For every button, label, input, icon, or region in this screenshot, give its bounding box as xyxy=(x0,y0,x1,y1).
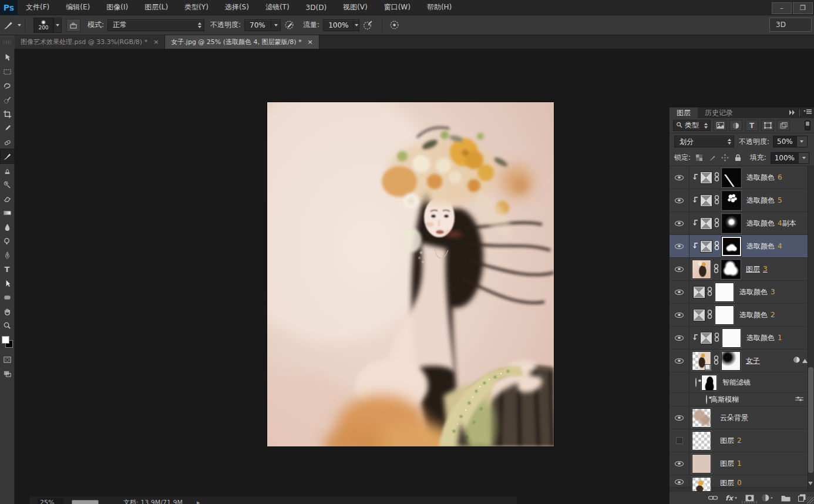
smart-object-thumbnail[interactable] xyxy=(692,351,711,371)
menu-layer[interactable]: 图层(L) xyxy=(136,0,176,15)
eraser-tool[interactable] xyxy=(1,191,14,206)
layer-mask-thumbnail[interactable] xyxy=(722,214,741,233)
restore-button[interactable]: ❐ xyxy=(793,2,813,14)
layer-row-layer-2[interactable]: 图层2 xyxy=(670,429,814,452)
layer-name[interactable]: 女子 xyxy=(746,356,760,366)
history-brush-tool[interactable] xyxy=(1,177,14,191)
rectangular-marquee-tool[interactable] xyxy=(1,65,14,79)
minimize-button[interactable]: – xyxy=(772,2,792,14)
layer-thumbnail[interactable] xyxy=(692,477,711,491)
quick-mask-button[interactable] xyxy=(1,352,14,367)
eye-icon[interactable] xyxy=(675,290,684,295)
eye-icon[interactable] xyxy=(675,461,684,466)
link-layers-icon[interactable] xyxy=(708,495,718,500)
eye-icon[interactable] xyxy=(675,358,684,364)
layer-thumbnail[interactable] xyxy=(692,260,711,279)
eye-icon[interactable] xyxy=(695,378,697,387)
new-adjustment-layer-icon[interactable] xyxy=(762,494,773,502)
filter-mask-thumbnail[interactable] xyxy=(701,375,717,391)
eye-icon[interactable] xyxy=(675,335,684,341)
filter-blending-options-icon[interactable] xyxy=(795,395,803,404)
shape-tool[interactable] xyxy=(1,290,14,304)
adjustment-layer-icon[interactable] xyxy=(694,310,704,320)
layer-row-layer-3[interactable]: 图层3 xyxy=(670,258,814,281)
layer-mask-thumbnail[interactable] xyxy=(721,351,741,371)
eye-icon[interactable] xyxy=(675,267,684,272)
new-group-icon[interactable] xyxy=(781,495,791,502)
new-layer-icon[interactable] xyxy=(798,494,806,502)
panel-corner-resize-grip[interactable] xyxy=(806,496,813,503)
dodge-tool[interactable] xyxy=(1,234,14,248)
lock-transparency-icon[interactable] xyxy=(695,153,704,162)
layer-name[interactable]: 图层1 xyxy=(720,459,742,469)
visibility-cell[interactable] xyxy=(670,327,689,349)
layer-style-icon[interactable]: fx xyxy=(725,494,738,502)
visibility-cell[interactable] xyxy=(670,477,689,487)
layer-name[interactable]: 图层0 xyxy=(720,478,742,488)
visibility-cell[interactable] xyxy=(670,281,689,303)
collapse-panels-icon[interactable] xyxy=(789,109,796,117)
layer-name[interactable]: 选取颜色2 xyxy=(739,310,775,320)
filter-pixel-layers-icon[interactable] xyxy=(714,120,726,131)
adjustment-layer-icon[interactable] xyxy=(701,173,711,183)
panel-menu-icon[interactable] xyxy=(803,109,812,117)
layer-row-selective-color-3[interactable]: 选取颜色3 xyxy=(670,281,814,304)
adjustment-layer-icon[interactable] xyxy=(701,241,711,251)
layer-row-selective-color-4-copy[interactable]: 选取颜色4副本 xyxy=(670,212,814,235)
menu-help[interactable]: 帮助(H) xyxy=(419,0,460,15)
close-tab-2-icon[interactable]: × xyxy=(308,38,313,46)
lock-all-icon[interactable] xyxy=(734,153,742,162)
canvas-photo[interactable] xyxy=(267,102,554,446)
filter-shape-layers-icon[interactable] xyxy=(761,120,774,131)
visibility-cell[interactable] xyxy=(670,452,689,475)
layer-mask-thumbnail[interactable] xyxy=(721,260,741,279)
layer-name[interactable]: 选取颜色5 xyxy=(746,196,782,206)
filter-adjustment-layers-icon[interactable] xyxy=(729,120,742,131)
airbrush-pressure-icon[interactable] xyxy=(387,19,401,32)
pressure-opacity-icon[interactable] xyxy=(282,19,296,32)
path-selection-tool[interactable] xyxy=(1,276,14,290)
lock-position-icon[interactable] xyxy=(721,153,729,162)
layer-thumbnail[interactable] xyxy=(692,431,711,451)
menu-filter[interactable]: 滤镜(T) xyxy=(257,0,298,15)
layer-row-cloud-background[interactable]: 云朵背景 xyxy=(670,406,814,429)
status-menu-arrow-icon[interactable]: ▸ xyxy=(197,499,200,504)
layer-row-selective-color-5[interactable]: 选取颜色5 xyxy=(670,189,814,212)
menu-3d[interactable]: 3D(D) xyxy=(298,0,335,15)
tool-preset-arrow-icon[interactable] xyxy=(18,24,21,26)
layer-row-selective-color-2[interactable]: 选取颜色2 xyxy=(670,304,814,327)
menu-select[interactable]: 选择(S) xyxy=(217,0,257,15)
brush-picker-arrow[interactable] xyxy=(53,18,62,33)
visibility-cell[interactable] xyxy=(670,350,689,372)
layer-opacity-select[interactable]: 50% xyxy=(773,136,808,147)
blur-tool[interactable] xyxy=(1,220,14,234)
layer-blend-mode-select[interactable]: 划分 xyxy=(674,136,734,147)
layer-row-layer-1[interactable]: 图层1 xyxy=(670,452,814,475)
visibility-cell[interactable] xyxy=(670,235,689,257)
visibility-cell[interactable] xyxy=(670,258,689,280)
layer-row-nvzi-smart-object[interactable]: 女子 xyxy=(670,350,814,372)
layer-row-selective-color-6[interactable]: 选取颜色6 xyxy=(670,166,814,189)
eye-icon[interactable] xyxy=(706,395,707,404)
smart-filter-badge-icon[interactable] xyxy=(793,356,800,365)
foreground-background-swatches[interactable] xyxy=(1,335,14,350)
eye-icon[interactable] xyxy=(675,415,684,421)
layer-thumbnail[interactable] xyxy=(692,454,711,473)
airbrush-icon[interactable] xyxy=(361,19,375,32)
smart-filters-row[interactable]: 智能滤镜 xyxy=(670,372,814,393)
gradient-tool[interactable] xyxy=(1,206,14,220)
filter-smart-objects-icon[interactable] xyxy=(777,120,790,131)
fill-select[interactable]: 100% xyxy=(771,152,809,164)
visibility-cell[interactable] xyxy=(670,189,689,211)
tab-layers[interactable]: 图层 xyxy=(670,107,698,118)
eye-icon[interactable] xyxy=(675,175,684,180)
visibility-cell[interactable] xyxy=(670,304,689,326)
layer-name[interactable]: 图层2 xyxy=(720,436,742,446)
layer-row-selective-color-4[interactable]: 选取颜色4 xyxy=(670,235,814,258)
layer-mask-thumbnail[interactable] xyxy=(722,191,741,210)
layer-mask-thumbnail[interactable] xyxy=(715,283,734,302)
eyedropper-tool[interactable] xyxy=(1,121,14,135)
move-tool[interactable] xyxy=(1,51,14,65)
flow-select[interactable]: 100% xyxy=(323,19,359,31)
layer-name[interactable]: 选取颜色4 xyxy=(746,241,782,251)
